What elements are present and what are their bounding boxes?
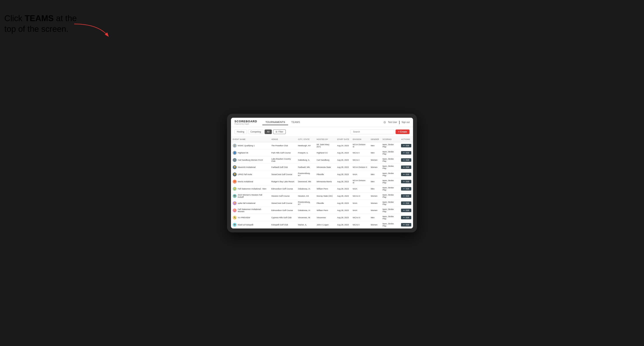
gear-icon[interactable]: ⚙ bbox=[383, 121, 386, 124]
division-cell: NICAA I bbox=[351, 221, 369, 228]
date-cell: Aug 28, 2023 bbox=[335, 221, 351, 228]
filter-button[interactable]: ☰ Filter bbox=[273, 130, 286, 134]
event-name: MSMC Qualifying 1 bbox=[238, 145, 255, 147]
row-icon: 🏆 bbox=[233, 187, 237, 191]
edit-button[interactable]: ✏ Edit bbox=[401, 180, 411, 183]
table-row: 🏆 Maverick Invitational Faribault Golf C… bbox=[231, 164, 413, 171]
col-scoring: SCORING bbox=[381, 137, 399, 142]
edit-icon: ✏ bbox=[403, 180, 405, 183]
scoring-cell: team, Stroke Play bbox=[381, 221, 399, 228]
row-icon: 🏆 bbox=[233, 173, 237, 176]
division-cell: NICAA II bbox=[351, 214, 369, 221]
scoring-cell: team, Stroke Play bbox=[381, 192, 399, 199]
scoring-cell: team, Stroke Play bbox=[381, 214, 399, 221]
gender-cell: Men bbox=[369, 214, 381, 221]
edit-button[interactable]: ✏ Edit bbox=[401, 194, 411, 198]
venue-cell: Hesston Golf Course bbox=[270, 192, 296, 199]
gender-cell: Women bbox=[369, 221, 381, 228]
scoring-cell: team, Stroke Play bbox=[381, 142, 399, 149]
event-name: Carl Sandburg Women FA23 bbox=[238, 159, 263, 161]
edit-button[interactable]: ✏ Edit bbox=[401, 158, 411, 162]
all-button[interactable]: All bbox=[264, 130, 272, 134]
edit-icon: ✏ bbox=[403, 195, 405, 197]
event-name-cell: 🏆 upike fall invitational bbox=[231, 199, 270, 207]
venue-cell: Edmundson Golf Course bbox=[270, 207, 296, 214]
tablet-device: SCOREBOARD Powered by Clippit TOURNAMENT… bbox=[227, 114, 417, 232]
scoring-cell: team, Stroke Play bbox=[381, 178, 399, 185]
event-name-cell: 🏆 Fall Statesmen Invitational - Men bbox=[231, 185, 270, 192]
division-cell: NAIA bbox=[351, 207, 369, 214]
event-name-cell: 🏆 Fall Statesmen Invitational - Women bbox=[231, 207, 270, 214]
app-container: SCOREBOARD Powered by Clippit TOURNAMENT… bbox=[231, 118, 413, 228]
actions-cell: ✏ Edit bbox=[399, 156, 413, 164]
edit-button[interactable]: ✏ Edit bbox=[401, 187, 411, 190]
edit-icon: ✏ bbox=[403, 166, 405, 168]
edit-icon: ✏ bbox=[403, 224, 405, 226]
city-cell: Freeport, IL bbox=[296, 149, 315, 156]
date-cell: Aug 28, 2023 bbox=[335, 164, 351, 171]
competing-button[interactable]: Competing bbox=[248, 130, 263, 134]
row-icon: 🏌 bbox=[233, 158, 237, 162]
gender-cell: Men bbox=[369, 142, 381, 149]
edit-button[interactable]: ✏ Edit bbox=[401, 223, 411, 226]
edit-button[interactable]: ✏ Edit bbox=[401, 151, 411, 155]
division-cell: NICAA I bbox=[351, 149, 369, 156]
division-cell: NAIA bbox=[351, 171, 369, 178]
actions-cell: ✏ Edit bbox=[399, 171, 413, 178]
create-button[interactable]: + Create bbox=[396, 130, 410, 134]
date-cell: Aug 28, 2023 bbox=[335, 171, 351, 178]
gender-cell: Women bbox=[369, 207, 381, 214]
edit-icon: ✏ bbox=[403, 209, 405, 211]
col-division: DIVISION bbox=[351, 137, 369, 142]
event-name: upike fall invitational bbox=[238, 202, 256, 204]
tab-teams[interactable]: TEAMS bbox=[288, 120, 303, 125]
logo-area: SCOREBOARD Powered by Clippit bbox=[234, 120, 257, 125]
edit-button[interactable]: ✏ Edit bbox=[401, 209, 411, 212]
city-cell: Oskaloosa, IA bbox=[296, 185, 315, 192]
event-name-cell: 🏆 Maverick Invitational bbox=[231, 164, 270, 171]
hosted-cell: Pikeville bbox=[315, 199, 335, 207]
hosted-cell: William Penn bbox=[315, 185, 335, 192]
hosting-button[interactable]: Hosting bbox=[234, 130, 247, 134]
tab-tournaments[interactable]: TOURNAMENTS bbox=[262, 120, 288, 125]
row-icon: 🦎 bbox=[233, 216, 237, 219]
city-cell: Prestonsburg, KY bbox=[296, 199, 315, 207]
edit-button[interactable]: ✏ Edit bbox=[401, 144, 411, 147]
row-icon: 🦊 bbox=[233, 180, 237, 183]
edit-button[interactable]: ✏ Edit bbox=[401, 201, 411, 205]
search-input[interactable] bbox=[350, 129, 394, 134]
edit-icon: ✏ bbox=[403, 152, 405, 154]
date-cell: Aug 25, 2023 bbox=[335, 149, 351, 156]
actions-cell: ✏ Edit bbox=[399, 142, 413, 149]
edit-icon: ✏ bbox=[403, 173, 405, 175]
hosted-cell: Carl Sandburg bbox=[315, 156, 335, 164]
division-cell: NAIA bbox=[351, 185, 369, 192]
table-row: 🏆 Fall Statesmen Invitational - Men Edmu… bbox=[231, 185, 413, 192]
header-user: Test User bbox=[388, 121, 397, 123]
gender-cell: Women bbox=[369, 199, 381, 207]
logo-title: SCOREBOARD bbox=[234, 120, 257, 123]
edit-button[interactable]: ✏ Edit bbox=[401, 173, 411, 176]
edit-button[interactable]: ✏ Edit bbox=[401, 166, 411, 169]
city-cell: Deerwood, MN bbox=[296, 178, 315, 185]
table-header-row: EVENT NAME VENUE CITY, STATE HOSTED BY S… bbox=[231, 137, 413, 142]
event-name-cell: 🦅 2023 Women's Hesston Fall Kickoff bbox=[231, 192, 270, 199]
city-cell: Hesston, KS bbox=[296, 192, 315, 199]
venue-cell: StoneCrest Golf Course bbox=[270, 171, 296, 178]
table-row: 🏌 MSMC Qualifying 1 The Powelton Club Ne… bbox=[231, 142, 413, 149]
row-icon: 🦅 bbox=[233, 194, 237, 198]
row-icon: 👤 bbox=[233, 151, 237, 155]
edit-icon: ✏ bbox=[403, 202, 405, 204]
date-cell: Aug 28, 2023 bbox=[335, 199, 351, 207]
signout-link[interactable]: Sign out bbox=[402, 121, 410, 123]
scoring-cell: team, Stroke Play bbox=[381, 149, 399, 156]
app-header: SCOREBOARD Powered by Clippit TOURNAMENT… bbox=[231, 118, 413, 127]
venue-cell: Ruttger's Bay Lake Resort bbox=[270, 178, 296, 185]
table-row: 🦊 Morris Invitational Ruttger's Bay Lake… bbox=[231, 178, 413, 185]
table-row: 🦎 VU PREVIEW Cypress Hills Golf Club Vin… bbox=[231, 214, 413, 221]
edit-button[interactable]: ✏ Edit bbox=[401, 216, 411, 219]
gender-cell: Men bbox=[369, 185, 381, 192]
gender-cell: Men bbox=[369, 178, 381, 185]
hosted-cell: Pikeville bbox=[315, 171, 335, 178]
scoring-cell: team, Stroke Play bbox=[381, 164, 399, 171]
